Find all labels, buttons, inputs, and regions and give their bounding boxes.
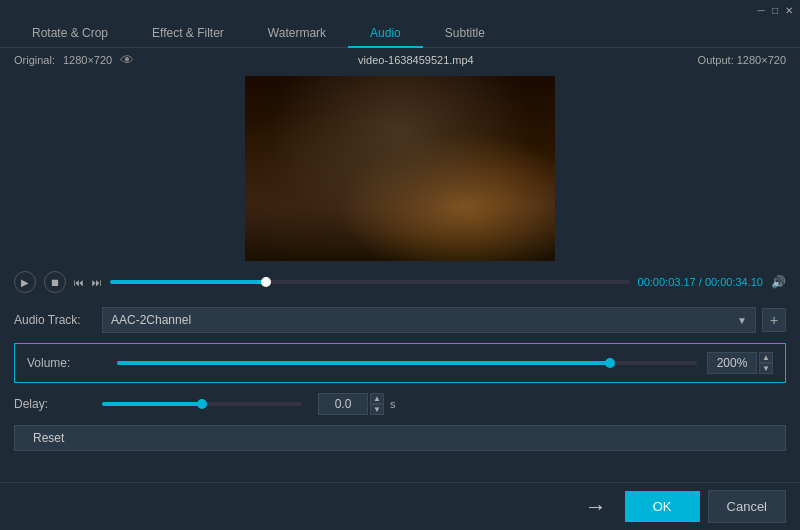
delay-spin-buttons: ▲ ▼ — [370, 393, 384, 415]
audio-track-row: Audio Track: AAC-2Channel ▼ + — [14, 307, 786, 333]
progress-track[interactable] — [110, 280, 630, 284]
progress-thumb[interactable] — [261, 277, 271, 287]
add-audio-button[interactable]: + — [762, 308, 786, 332]
output-label: Output: — [698, 54, 734, 66]
cancel-button[interactable]: Cancel — [708, 490, 786, 523]
volume-slider-thumb[interactable] — [605, 358, 615, 368]
delay-label: Delay: — [14, 397, 94, 411]
playback-controls: ▶ ⏹ ⏮ ⏭ 00:00:03.17 / 00:00:34.10 🔊 — [0, 265, 800, 299]
skip-back-button[interactable]: ⏮ — [74, 277, 84, 288]
total-time: 00:00:34.10 — [705, 276, 763, 288]
maximize-button[interactable]: □ — [768, 3, 782, 17]
tab-bar: Rotate & Crop Effect & Filter Watermark … — [0, 20, 800, 48]
delay-slider-fill — [102, 402, 202, 406]
output-info: Output: 1280×720 — [698, 54, 786, 66]
preview-eye-icon[interactable]: 👁 — [120, 52, 134, 68]
tab-effect-filter[interactable]: Effect & Filter — [130, 20, 246, 48]
video-area — [0, 72, 800, 265]
tab-watermark[interactable]: Watermark — [246, 20, 348, 48]
time-separator: / — [699, 276, 702, 288]
audio-track-value: AAC-2Channel — [111, 313, 191, 327]
volume-value-display[interactable]: 200% — [707, 352, 757, 374]
video-frame — [245, 76, 555, 261]
volume-value-wrap: 200% ▲ ▼ — [707, 352, 773, 374]
tab-rotate-crop[interactable]: Rotate & Crop — [10, 20, 130, 48]
bottom-bar: → OK Cancel — [0, 482, 800, 530]
volume-label: Volume: — [27, 356, 107, 370]
close-button[interactable]: ✕ — [782, 3, 796, 17]
reset-button[interactable]: Reset — [14, 425, 786, 451]
delay-unit-label: s — [390, 398, 396, 410]
title-bar: ─ □ ✕ — [0, 0, 800, 20]
original-info: Original: 1280×720 👁 — [14, 52, 134, 68]
volume-icon[interactable]: 🔊 — [771, 275, 786, 289]
progress-fill — [110, 280, 266, 284]
minimize-button[interactable]: ─ — [754, 3, 768, 17]
volume-decrement-button[interactable]: ▼ — [759, 363, 773, 374]
audio-track-select-wrap: AAC-2Channel ▼ + — [102, 307, 786, 333]
current-time: 00:00:03.17 — [638, 276, 696, 288]
info-bar: Original: 1280×720 👁 video-1638459521.mp… — [0, 48, 800, 72]
delay-decrement-button[interactable]: ▼ — [370, 404, 384, 415]
delay-value-display[interactable]: 0.0 — [318, 393, 368, 415]
output-size: 1280×720 — [737, 54, 786, 66]
stop-button[interactable]: ⏹ — [44, 271, 66, 293]
filename-label: video-1638459521.mp4 — [134, 54, 697, 66]
delay-increment-button[interactable]: ▲ — [370, 393, 384, 404]
audio-track-label: Audio Track: — [14, 313, 94, 327]
volume-increment-button[interactable]: ▲ — [759, 352, 773, 363]
time-display: 00:00:03.17 / 00:00:34.10 — [638, 276, 763, 288]
volume-slider-fill — [117, 361, 610, 365]
volume-spin-buttons: ▲ ▼ — [759, 352, 773, 374]
original-size: 1280×720 — [63, 54, 112, 66]
delay-slider-thumb[interactable] — [197, 399, 207, 409]
arrow-icon: → — [585, 494, 607, 520]
ok-button[interactable]: OK — [625, 491, 700, 522]
play-button[interactable]: ▶ — [14, 271, 36, 293]
volume-box: Volume: 200% ▲ ▼ — [14, 343, 786, 383]
original-label: Original: — [14, 54, 55, 66]
volume-slider-track[interactable] — [117, 361, 697, 365]
tab-subtitle[interactable]: Subtitle — [423, 20, 507, 48]
tab-audio[interactable]: Audio — [348, 20, 423, 48]
delay-value-wrap: 0.0 ▲ ▼ s — [318, 393, 396, 415]
select-arrow-icon: ▼ — [737, 315, 747, 326]
delay-slider-track[interactable] — [102, 402, 302, 406]
delay-row: Delay: 0.0 ▲ ▼ s — [14, 393, 786, 415]
skip-forward-button[interactable]: ⏭ — [92, 277, 102, 288]
audio-track-select[interactable]: AAC-2Channel ▼ — [102, 307, 756, 333]
video-content — [245, 76, 555, 261]
audio-controls: Audio Track: AAC-2Channel ▼ + Volume: 20… — [0, 299, 800, 459]
